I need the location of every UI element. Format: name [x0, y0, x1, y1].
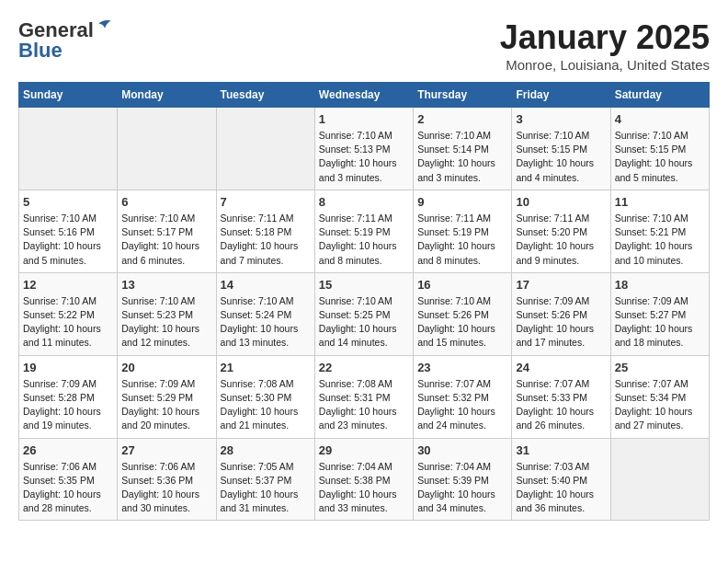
day-info: Sunrise: 7:09 AMSunset: 5:27 PMDaylight:…	[615, 294, 705, 350]
calendar-week-row: 12Sunrise: 7:10 AMSunset: 5:22 PMDayligh…	[19, 272, 710, 355]
day-info: Sunrise: 7:08 AMSunset: 5:31 PMDaylight:…	[319, 377, 409, 433]
day-info: Sunrise: 7:07 AMSunset: 5:34 PMDaylight:…	[615, 377, 705, 433]
day-info: Sunrise: 7:10 AMSunset: 5:15 PMDaylight:…	[615, 129, 705, 185]
day-number: 21	[221, 361, 311, 374]
day-number: 2	[417, 112, 507, 126]
day-info: Sunrise: 7:10 AMSunset: 5:22 PMDaylight:…	[23, 294, 113, 350]
calendar-cell: 12Sunrise: 7:10 AMSunset: 5:22 PMDayligh…	[19, 272, 118, 355]
calendar-cell: 10Sunrise: 7:11 AMSunset: 5:20 PMDayligh…	[512, 190, 610, 272]
day-number: 4	[615, 112, 705, 126]
calendar-week-row: 1Sunrise: 7:10 AMSunset: 5:13 PMDaylight…	[19, 108, 710, 190]
day-number: 15	[319, 278, 409, 292]
calendar-week-row: 5Sunrise: 7:10 AMSunset: 5:16 PMDaylight…	[19, 190, 710, 272]
calendar-cell: 9Sunrise: 7:11 AMSunset: 5:19 PMDaylight…	[414, 190, 512, 272]
day-info: Sunrise: 7:04 AMSunset: 5:38 PMDaylight:…	[319, 460, 409, 516]
column-header-friday: Friday	[512, 83, 610, 108]
day-number: 28	[221, 443, 311, 457]
page-title: January 2025	[500, 18, 710, 57]
calendar-week-row: 19Sunrise: 7:09 AMSunset: 5:28 PMDayligh…	[19, 355, 710, 438]
calendar-cell	[118, 108, 216, 190]
calendar-cell: 18Sunrise: 7:09 AMSunset: 5:27 PMDayligh…	[610, 272, 709, 355]
column-header-thursday: Thursday	[414, 83, 512, 108]
day-number: 29	[319, 443, 409, 457]
calendar-cell: 13Sunrise: 7:10 AMSunset: 5:23 PMDayligh…	[118, 272, 216, 355]
day-info: Sunrise: 7:09 AMSunset: 5:28 PMDaylight:…	[23, 377, 113, 433]
day-number: 18	[615, 278, 705, 292]
day-info: Sunrise: 7:11 AMSunset: 5:19 PMDaylight:…	[417, 212, 507, 268]
calendar-cell: 15Sunrise: 7:10 AMSunset: 5:25 PMDayligh…	[314, 272, 413, 355]
calendar-cell: 26Sunrise: 7:06 AMSunset: 5:35 PMDayligh…	[19, 438, 118, 521]
calendar-cell: 11Sunrise: 7:10 AMSunset: 5:21 PMDayligh…	[610, 190, 709, 272]
calendar-cell: 25Sunrise: 7:07 AMSunset: 5:34 PMDayligh…	[610, 355, 709, 438]
day-info: Sunrise: 7:08 AMSunset: 5:30 PMDaylight:…	[221, 377, 311, 433]
calendar-cell: 29Sunrise: 7:04 AMSunset: 5:38 PMDayligh…	[314, 438, 413, 521]
day-number: 24	[516, 361, 606, 374]
day-number: 5	[23, 195, 113, 209]
day-number: 23	[417, 361, 507, 374]
day-number: 31	[516, 443, 606, 457]
day-number: 1	[319, 112, 409, 126]
day-number: 8	[319, 195, 409, 209]
day-info: Sunrise: 7:10 AMSunset: 5:21 PMDaylight:…	[615, 212, 705, 268]
calendar-cell: 23Sunrise: 7:07 AMSunset: 5:32 PMDayligh…	[414, 355, 512, 438]
day-number: 10	[516, 195, 606, 209]
calendar-cell: 16Sunrise: 7:10 AMSunset: 5:26 PMDayligh…	[414, 272, 512, 355]
calendar-cell: 17Sunrise: 7:09 AMSunset: 5:26 PMDayligh…	[512, 272, 610, 355]
calendar-cell: 24Sunrise: 7:07 AMSunset: 5:33 PMDayligh…	[512, 355, 610, 438]
page-subtitle: Monroe, Louisiana, United States	[500, 57, 710, 73]
day-number: 16	[417, 278, 507, 292]
day-info: Sunrise: 7:10 AMSunset: 5:16 PMDaylight:…	[23, 212, 113, 268]
day-number: 30	[417, 443, 507, 457]
calendar-cell	[610, 438, 709, 521]
day-number: 17	[516, 278, 606, 292]
day-info: Sunrise: 7:10 AMSunset: 5:25 PMDaylight:…	[319, 294, 409, 350]
column-header-sunday: Sunday	[19, 83, 118, 108]
day-number: 3	[516, 112, 606, 126]
calendar-cell: 28Sunrise: 7:05 AMSunset: 5:37 PMDayligh…	[216, 438, 314, 521]
day-info: Sunrise: 7:07 AMSunset: 5:33 PMDaylight:…	[516, 377, 606, 433]
day-info: Sunrise: 7:11 AMSunset: 5:20 PMDaylight:…	[516, 212, 606, 268]
calendar-cell: 30Sunrise: 7:04 AMSunset: 5:39 PMDayligh…	[414, 438, 512, 521]
title-block: January 2025 Monroe, Louisiana, United S…	[500, 18, 710, 73]
calendar-cell: 1Sunrise: 7:10 AMSunset: 5:13 PMDaylight…	[314, 108, 413, 190]
column-header-wednesday: Wednesday	[314, 83, 413, 108]
day-info: Sunrise: 7:10 AMSunset: 5:26 PMDaylight:…	[417, 294, 507, 350]
day-number: 7	[221, 195, 311, 209]
day-info: Sunrise: 7:03 AMSunset: 5:40 PMDaylight:…	[516, 460, 606, 516]
calendar-cell: 2Sunrise: 7:10 AMSunset: 5:14 PMDaylight…	[414, 108, 512, 190]
header: General Blue January 2025 Monroe, Louisi…	[18, 18, 710, 73]
calendar-cell: 5Sunrise: 7:10 AMSunset: 5:16 PMDaylight…	[19, 190, 118, 272]
calendar-cell: 7Sunrise: 7:11 AMSunset: 5:18 PMDaylight…	[216, 190, 314, 272]
day-info: Sunrise: 7:10 AMSunset: 5:24 PMDaylight:…	[221, 294, 311, 350]
day-info: Sunrise: 7:07 AMSunset: 5:32 PMDaylight:…	[417, 377, 507, 433]
day-info: Sunrise: 7:10 AMSunset: 5:23 PMDaylight:…	[121, 294, 211, 350]
day-number: 13	[121, 278, 211, 292]
day-info: Sunrise: 7:10 AMSunset: 5:13 PMDaylight:…	[319, 129, 409, 185]
logo: General Blue	[18, 18, 114, 63]
column-header-tuesday: Tuesday	[216, 83, 314, 108]
logo-bird-icon	[96, 17, 114, 36]
day-number: 9	[417, 195, 507, 209]
day-info: Sunrise: 7:09 AMSunset: 5:26 PMDaylight:…	[516, 294, 606, 350]
day-number: 27	[121, 443, 211, 457]
day-number: 12	[23, 278, 113, 292]
day-number: 22	[319, 361, 409, 374]
day-info: Sunrise: 7:11 AMSunset: 5:19 PMDaylight:…	[319, 212, 409, 268]
day-info: Sunrise: 7:05 AMSunset: 5:37 PMDaylight:…	[221, 460, 311, 516]
calendar-cell: 20Sunrise: 7:09 AMSunset: 5:29 PMDayligh…	[118, 355, 216, 438]
day-number: 20	[121, 361, 211, 374]
day-number: 6	[121, 195, 211, 209]
day-info: Sunrise: 7:06 AMSunset: 5:36 PMDaylight:…	[121, 460, 211, 516]
day-info: Sunrise: 7:06 AMSunset: 5:35 PMDaylight:…	[23, 460, 113, 516]
day-number: 25	[615, 361, 705, 374]
calendar-cell: 31Sunrise: 7:03 AMSunset: 5:40 PMDayligh…	[512, 438, 610, 521]
calendar-cell: 27Sunrise: 7:06 AMSunset: 5:36 PMDayligh…	[118, 438, 216, 521]
day-info: Sunrise: 7:10 AMSunset: 5:17 PMDaylight:…	[121, 212, 211, 268]
day-number: 14	[221, 278, 311, 292]
day-info: Sunrise: 7:10 AMSunset: 5:14 PMDaylight:…	[417, 129, 507, 185]
calendar-week-row: 26Sunrise: 7:06 AMSunset: 5:35 PMDayligh…	[19, 438, 710, 521]
day-info: Sunrise: 7:09 AMSunset: 5:29 PMDaylight:…	[121, 377, 211, 433]
column-header-saturday: Saturday	[610, 83, 709, 108]
day-number: 11	[615, 195, 705, 209]
calendar-cell: 4Sunrise: 7:10 AMSunset: 5:15 PMDaylight…	[610, 108, 709, 190]
